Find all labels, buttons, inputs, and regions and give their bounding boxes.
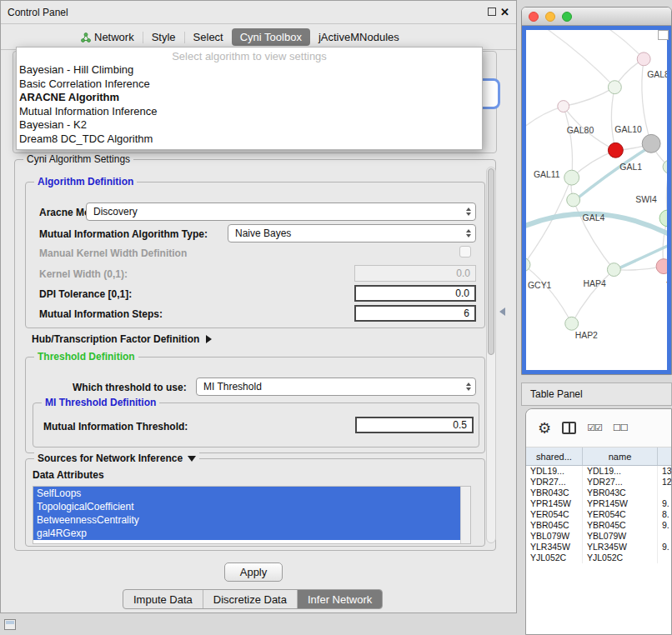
control-panel-window: Control Panel ✕ Network Style Select Cyn… (0, 0, 517, 613)
column-header[interactable]: shared... (526, 448, 583, 465)
settings-scrollbar[interactable] (486, 167, 496, 543)
group-title[interactable]: Sources for Network Inference (34, 452, 199, 464)
node-label: SWI4 (635, 195, 657, 204)
network-node[interactable] (558, 101, 569, 112)
manual-kernel-checkbox[interactable] (459, 246, 471, 258)
table-row[interactable]: YBR043CYBR043C (526, 488, 672, 498)
minimize-traffic-light[interactable] (545, 12, 555, 22)
network-node[interactable] (607, 263, 620, 277)
field-value: 0.0 (455, 288, 469, 299)
which-threshold-select[interactable]: MI Threshold (196, 378, 476, 396)
table-cell: YBL079W (583, 531, 658, 542)
expand-right-icon (206, 335, 212, 343)
table-row[interactable]: YDR27...YDR27...12 (526, 477, 672, 488)
network-edge (611, 88, 615, 151)
list-scrollbar[interactable] (460, 487, 470, 543)
network-node[interactable] (565, 317, 579, 330)
select-all-checkboxes-icon[interactable]: ☑☑ (587, 422, 602, 433)
tab-infer-network[interactable]: Infer Network (297, 590, 382, 608)
network-edge-highlighted (543, 30, 614, 88)
deselect-all-checkboxes-icon[interactable]: ☐☐ (613, 422, 628, 433)
network-node[interactable] (659, 210, 667, 227)
network-node[interactable] (564, 170, 579, 185)
network-node[interactable] (656, 259, 667, 274)
table-row[interactable]: YBR045CYBR045C9. (526, 520, 672, 531)
table-row[interactable]: YLR345WYLR345W9. (526, 542, 672, 552)
network-edge (564, 88, 615, 107)
mi-algorithm-type-select[interactable]: Naive Bayes (228, 224, 476, 242)
float-window-icon[interactable] (488, 8, 496, 16)
tab-discretize-data[interactable]: Discretize Data (203, 590, 297, 608)
show-columns-icon[interactable] (562, 422, 576, 434)
window-title: Control Panel (8, 7, 68, 18)
table-row[interactable]: YPR145WYPR145W9. (526, 498, 672, 509)
data-attributes-list[interactable]: SelfLoopsTopologicalCoefficientBetweenne… (33, 486, 471, 544)
splitter-collapse-icon[interactable] (499, 308, 505, 316)
tab-network[interactable]: Network (73, 28, 143, 46)
attribute-item[interactable]: SelfLoops (33, 487, 460, 500)
table-cell: 9. (658, 520, 672, 531)
network-node[interactable] (637, 52, 650, 66)
tab-impute-data[interactable]: Impute Data (123, 590, 203, 608)
tab-label: Network (94, 31, 134, 43)
minimized-window-icon[interactable] (4, 619, 16, 630)
tab-cyni-toolbox[interactable]: Cyni Toolbox (232, 28, 310, 46)
network-node[interactable] (663, 160, 667, 173)
tab-select[interactable]: Select (185, 28, 232, 46)
table-cell: YBR043C (526, 488, 583, 498)
network-node[interactable] (608, 81, 621, 94)
gear-icon[interactable]: ⚙ (538, 419, 551, 437)
network-canvas[interactable]: GAL8GAL80GAL10GAL11GAL1SWI4GAL4GCY1HAP4Y… (522, 26, 671, 374)
mi-steps-field[interactable]: 6 (354, 305, 476, 322)
close-traffic-light[interactable] (529, 12, 539, 22)
algorithm-option[interactable]: ARACNE Algorithm (17, 91, 482, 105)
aracne-mode-select[interactable]: Discovery (86, 202, 476, 221)
close-icon[interactable]: ✕ (500, 6, 509, 18)
table-cell: YJL052C (526, 552, 583, 563)
birdseye-toggle[interactable] (658, 30, 669, 40)
sources-group: Sources for Network Inference Data Attri… (25, 458, 485, 547)
table-cell: 9. (658, 498, 672, 509)
which-threshold-label: Which threshold to use: (73, 382, 187, 393)
table-cell: YBL079W (526, 531, 583, 542)
table-cell: YPR145W (583, 498, 658, 509)
field-value: 0.5 (453, 419, 467, 431)
tab-jactivemnodules[interactable]: jActiveMNodules (310, 28, 408, 46)
table-cell (658, 552, 672, 563)
algorithm-option[interactable]: Dream8 DC_TDC Algorithm (17, 132, 482, 147)
node-label: HAP2 (575, 331, 598, 340)
zoom-traffic-light[interactable] (562, 12, 572, 22)
table-cell: 13 (658, 466, 672, 477)
network-node[interactable] (567, 193, 580, 207)
mi-threshold-field[interactable]: 0.5 (355, 417, 474, 433)
dpi-tolerance-field[interactable]: 0.0 (354, 285, 476, 302)
network-icon (81, 32, 91, 42)
field-value: 0.0 (456, 268, 470, 279)
tab-label: Style (152, 31, 176, 43)
network-node[interactable] (608, 142, 623, 158)
table-cell: YER054C (583, 509, 658, 520)
column-header[interactable]: name (583, 448, 658, 465)
table-cell: YDL19... (526, 466, 583, 477)
column-header[interactable] (658, 448, 672, 465)
attribute-item[interactable]: TopologicalCoefficient (33, 500, 460, 513)
table-row[interactable]: YBL079WYBL079W (526, 531, 672, 542)
algorithm-option[interactable]: Basic Correlation Inference (17, 78, 482, 92)
network-edge (564, 107, 573, 178)
algorithm-option[interactable]: Bayesian - Hill Climbing (17, 63, 482, 78)
node-label: GCY1 (528, 281, 552, 290)
cyni-algorithm-settings-group: Cyni Algorithm Settings Algorithm Defini… (14, 159, 496, 551)
network-node[interactable] (642, 134, 660, 152)
algorithm-option[interactable]: Mutual Information Inference (17, 105, 482, 119)
tab-style[interactable]: Style (143, 28, 184, 46)
attribute-item[interactable]: BetweennessCentrality (33, 513, 460, 527)
table-row[interactable]: YDL19...YDL19...13 (526, 466, 672, 477)
hub-definition-toggle[interactable]: Hub/Transcription Factor Definition (32, 333, 212, 345)
scrollbar-thumb[interactable] (488, 168, 494, 355)
table-row[interactable]: YER054CYER054C8. (526, 509, 672, 520)
attribute-item[interactable]: gal4RGexp (33, 527, 460, 540)
kernel-width-field[interactable]: 0.0 (354, 265, 476, 282)
algorithm-option[interactable]: Bayesian - K2 (17, 118, 482, 132)
table-row[interactable]: YJL052CYJL052C (526, 552, 672, 563)
apply-button[interactable]: Apply (224, 562, 283, 582)
